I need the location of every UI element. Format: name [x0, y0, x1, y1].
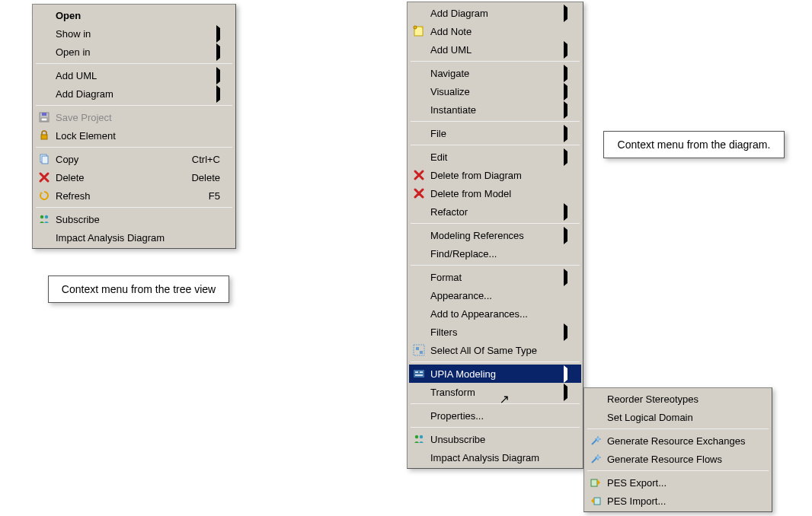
pes-export-icon [587, 475, 604, 490]
svg-rect-14 [415, 371, 418, 373]
menu-item-pes-import[interactable]: PES Import... [586, 492, 770, 510]
menu-item-reorder-stereotypes[interactable]: Reorder Stereotypes [586, 390, 770, 408]
menu-item-visualize[interactable]: Visualize [409, 82, 581, 100]
menu-separator [587, 470, 769, 471]
menu-item-add-uml[interactable]: Add UML [409, 40, 581, 59]
submenu-arrow-icon [560, 68, 567, 79]
menu-item-open[interactable]: Open [34, 6, 234, 24]
menu-item-format[interactable]: Format [409, 268, 581, 286]
menu-item-copy[interactable]: CopyCtrl+C [34, 150, 234, 168]
menu-item-unsubscribe[interactable]: Unsubscribe [409, 430, 581, 448]
menu-item-appearance[interactable]: Appearance... [409, 286, 581, 304]
menu-item-lock-element[interactable]: Lock Element [34, 126, 234, 145]
tree-context-menu: OpenShow inOpen inAdd UMLAdd DiagramSave… [32, 4, 236, 249]
copy-icon [36, 151, 53, 167]
menu-item-label: Lock Element [56, 130, 220, 142]
menu-item-label: Appearance... [430, 290, 567, 301]
menu-item-label: UPIA Modeling [430, 368, 555, 380]
menu-item-file[interactable]: File [409, 124, 581, 142]
x-red-icon [411, 186, 427, 201]
menu-item-add-to-appearances[interactable]: Add to Appearances... [409, 304, 581, 323]
menu-item-label: Add to Appearances... [430, 308, 567, 320]
menu-item-generate-resource-flows[interactable]: Generate Resource Flows [586, 450, 770, 468]
menu-item-subscribe[interactable]: Subscribe [34, 210, 234, 228]
menu-item-edit[interactable]: Edit [409, 148, 581, 166]
submenu-arrow-icon [560, 128, 567, 139]
lock-icon [36, 128, 53, 143]
menu-item-impact-analysis[interactable]: Impact Analysis Diagram [409, 448, 581, 467]
menu-item-label: Add Note [430, 26, 567, 37]
menu-item-label: PES Import... [607, 495, 756, 507]
submenu-arrow-icon [560, 368, 567, 380]
blank-icon [411, 65, 427, 81]
menu-separator [411, 265, 580, 266]
menu-item-label: Delete from Diagram [430, 170, 567, 181]
floppy-icon [36, 110, 53, 125]
upia-submenu: Reorder StereotypesSet Logical DomainGen… [583, 387, 772, 512]
submenu-arrow-icon [560, 151, 567, 163]
menu-item-modeling-references[interactable]: Modeling References [409, 226, 581, 244]
menu-item-show-in[interactable]: Show in [34, 24, 234, 43]
blank-icon [36, 44, 53, 59]
submenu-arrow-icon [560, 387, 567, 398]
menu-item-refactor[interactable]: Refactor [409, 202, 581, 221]
menu-item-delete-from-diagram[interactable]: Delete from Diagram [409, 166, 581, 184]
menu-item-select-all-same-type[interactable]: Select All Of Same Type [409, 341, 581, 359]
menu-item-label: Select All Of Same Type [430, 345, 567, 356]
wand-icon [587, 433, 604, 448]
menu-item-instantiate[interactable]: Instantiate [409, 100, 581, 119]
blank-icon [587, 409, 604, 425]
svg-rect-5 [42, 156, 48, 164]
svg-rect-15 [420, 371, 423, 373]
submenu-arrow-icon [560, 326, 567, 338]
menu-item-navigate[interactable]: Navigate [409, 64, 581, 82]
select-all-icon [411, 342, 427, 358]
menu-item-label: Subscribe [56, 214, 220, 225]
people-icon [411, 432, 427, 447]
diagram-menu-caption: Context menu from the diagram. [603, 131, 785, 158]
menu-item-transform[interactable]: Transform [409, 383, 581, 401]
menu-item-delete[interactable]: DeleteDelete [34, 168, 234, 186]
submenu-arrow-icon [560, 206, 567, 218]
blank-icon [411, 269, 427, 285]
svg-rect-11 [416, 347, 419, 350]
blank-icon [36, 68, 53, 83]
blank-icon [411, 84, 427, 99]
menu-separator [411, 427, 580, 428]
menu-item-impact-analysis[interactable]: Impact Analysis Diagram [34, 228, 234, 247]
menu-item-upia-modeling[interactable]: UPIA Modeling [409, 365, 581, 383]
blank-icon [411, 324, 427, 339]
blank-icon [36, 26, 53, 41]
x-red-icon [411, 167, 427, 183]
menu-separator [411, 145, 580, 145]
menu-item-properties[interactable]: Properties... [409, 406, 581, 425]
menu-item-open-in[interactable]: Open in [34, 43, 234, 61]
menu-item-delete-from-model[interactable]: Delete from Model [409, 184, 581, 202]
menu-item-add-diagram[interactable]: Add Diagram [34, 84, 234, 103]
svg-rect-3 [41, 135, 47, 139]
menu-item-find-replace[interactable]: Find/Replace... [409, 244, 581, 263]
menu-item-add-diagram[interactable]: Add Diagram [409, 4, 581, 22]
menu-item-add-uml[interactable]: Add UML [34, 66, 234, 84]
menu-item-save-project: Save Project [34, 108, 234, 126]
menu-item-filters[interactable]: Filters [409, 323, 581, 341]
menu-item-label: Add Diagram [430, 8, 555, 19]
menu-item-label: Save Project [56, 112, 220, 123]
menu-item-add-note[interactable]: Add Note [409, 22, 581, 40]
blank-icon [411, 5, 427, 21]
menu-item-label: Properties... [430, 410, 567, 422]
svg-point-17 [415, 435, 418, 438]
blank-icon [411, 384, 427, 400]
menu-item-label: Add UML [430, 44, 555, 56]
svg-rect-21 [591, 479, 597, 486]
menu-item-refresh[interactable]: RefreshF5 [34, 186, 234, 205]
menu-separator [36, 63, 232, 64]
refresh-icon [36, 188, 53, 203]
svg-rect-13 [414, 370, 424, 377]
menu-item-label: Generate Resource Exchanges [607, 435, 756, 447]
menu-item-set-logical-domain[interactable]: Set Logical Domain [586, 408, 770, 426]
menu-item-generate-resource-exchanges[interactable]: Generate Resource Exchanges [586, 432, 770, 450]
menu-separator [36, 105, 232, 106]
svg-point-6 [40, 215, 43, 218]
menu-item-pes-export[interactable]: PES Export... [586, 473, 770, 492]
